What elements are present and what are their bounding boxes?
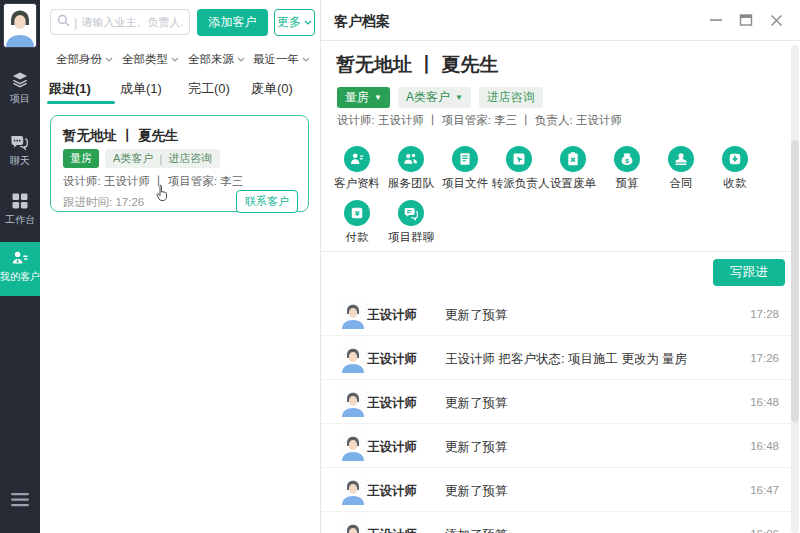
user-avatar[interactable] — [3, 3, 37, 48]
filter-label: 全部来源 — [188, 52, 234, 67]
activity-user: 王设计师 — [367, 527, 417, 533]
chat-icon — [0, 132, 40, 154]
sidebar: 项目 聊天 — [0, 0, 40, 533]
activity-user: 王设计师 — [367, 483, 417, 500]
action-project-file[interactable]: 项目文件 — [438, 146, 492, 191]
filter-bar: 全部身份 全部类型 全部来源 最近一年 — [40, 52, 321, 68]
sidebar-item-workbench[interactable]: 工作台 — [0, 189, 40, 226]
tab-bar: 跟进(1) 成单(1) 完工(0) 废单(0) — [40, 80, 321, 104]
source-badge: 进店咨询 — [479, 87, 543, 108]
avatar — [338, 387, 368, 417]
app-window: 项目 聊天 — [0, 0, 800, 533]
contact-customer-button[interactable]: 联系客户 — [236, 190, 298, 213]
action-grid: 客户资料 服务团队 — [330, 146, 774, 254]
activity-content: 更新了预算 — [445, 483, 508, 500]
avatar — [338, 299, 368, 329]
action-label: 收款 — [708, 176, 762, 191]
action-pay[interactable]: ¥ 付款 — [330, 200, 384, 245]
avatar — [338, 475, 368, 505]
search-input[interactable] — [81, 16, 183, 28]
filter-time-range[interactable]: 最近一年 — [253, 52, 310, 67]
sidebar-item-chat[interactable]: 聊天 — [0, 130, 40, 167]
maximize-icon[interactable] — [736, 10, 756, 30]
sidebar-item-projects[interactable]: 项目 — [0, 68, 40, 105]
grid-icon — [0, 191, 40, 213]
receive-payment-icon — [722, 146, 748, 172]
contract-stamp-icon — [668, 146, 694, 172]
type-label: A类客户 — [406, 89, 450, 106]
tab-void[interactable]: 废单(0) — [251, 80, 293, 98]
hamburger-icon[interactable] — [11, 493, 29, 511]
action-transfer-owner[interactable]: 转派负责人 — [492, 146, 546, 191]
detail-tags: 量房 ▼ A类客户 ▼ 进店咨询 — [337, 87, 543, 108]
source-badge: 进店咨询 — [168, 151, 212, 166]
action-label: 客户资料 — [330, 176, 384, 191]
tab-following[interactable]: 跟进(1) — [49, 80, 91, 98]
detail-meta: 设计师: 王设计师 丨 项目管家: 李三 丨 负责人: 王设计师 — [337, 113, 622, 128]
activity-content: 更新了预算 — [445, 439, 508, 456]
avatar — [338, 519, 368, 533]
action-group-chat[interactable]: 项目群聊 — [384, 200, 438, 245]
scrollbar-thumb[interactable] — [791, 140, 799, 422]
filter-type[interactable]: 全部类型 — [122, 52, 179, 67]
avatar — [338, 343, 368, 373]
filter-source[interactable]: 全部来源 — [188, 52, 245, 67]
action-contract[interactable]: 合同 — [654, 146, 708, 191]
activity-time: 16:48 — [750, 440, 779, 452]
customer-person-icon — [0, 248, 40, 270]
activity-content: 更新了预算 — [445, 395, 508, 412]
customer-info-icon — [344, 146, 370, 172]
svg-text:$: $ — [625, 157, 629, 164]
filter-label: 全部类型 — [122, 52, 168, 67]
sidebar-item-my-customers[interactable]: 我的客户 — [0, 242, 40, 296]
close-icon[interactable] — [766, 10, 786, 30]
action-receive-payment[interactable]: 收款 — [708, 146, 762, 191]
search-icon — [57, 13, 70, 31]
activity-content: 更新了预算 — [445, 307, 508, 324]
minimize-icon[interactable] — [706, 10, 726, 30]
follow-time-label: 跟进时间: — [63, 196, 115, 208]
customer-detail-panel: 客户档案 暂无地址 丨 夏先生 量房 ▼ — [321, 0, 800, 533]
action-budget[interactable]: $ 预算 — [600, 146, 654, 191]
section-divider — [321, 251, 791, 252]
activity-feed: 王设计师 更新了预算 17:28 王设计师 王设计师 把客户状态: 项目施工 更… — [321, 292, 791, 533]
mouse-hand-cursor — [154, 184, 170, 206]
customer-card-tags: 量房 A类客户 | 进店咨询 — [63, 149, 220, 168]
avatar-illustration — [4, 4, 36, 47]
dropdown-arrow-icon: ▼ — [455, 94, 463, 102]
budget-moneybag-icon: $ — [614, 146, 640, 172]
svg-text:¥: ¥ — [355, 210, 360, 218]
action-service-team[interactable]: 服务团队 — [384, 146, 438, 191]
more-button[interactable]: 更多 — [274, 9, 315, 36]
status-label: 量房 — [345, 89, 369, 106]
sidebar-item-label: 我的客户 — [0, 271, 40, 282]
type-dropdown[interactable]: A类客户 ▼ — [398, 87, 471, 108]
action-void-order[interactable]: 设置废单 — [546, 146, 600, 191]
follow-time-value: 17:26 — [115, 196, 144, 208]
panel-title: 客户档案 — [334, 13, 390, 31]
detail-panel-header: 客户档案 — [321, 0, 800, 41]
search-box[interactable]: | — [50, 9, 190, 35]
activity-time: 17:26 — [750, 352, 779, 364]
status-dropdown[interactable]: 量房 ▼ — [337, 87, 390, 108]
customer-card[interactable]: 暂无地址 丨 夏先生 量房 A类客户 | 进店咨询 设计师: 王设计师 丨 项目… — [50, 115, 309, 212]
dropdown-arrow-icon: ▼ — [374, 94, 382, 102]
sidebar-item-label: 项目 — [10, 93, 30, 104]
customer-name-title: 暂无地址 丨 夏先生 — [336, 52, 499, 78]
tab-completed[interactable]: 完工(0) — [188, 80, 230, 98]
add-customer-button[interactable]: 添加客户 — [197, 9, 268, 36]
action-customer-info[interactable]: 客户资料 — [330, 146, 384, 191]
action-label: 服务团队 — [384, 176, 438, 191]
scrollbar-track[interactable] — [791, 45, 799, 533]
customer-list-panel: | 添加客户 更多 全部身份 全部类型 全部来源 最近一年 — [40, 0, 321, 533]
service-team-icon — [398, 146, 424, 172]
activity-row: 王设计师 更新了预算 17:28 — [321, 292, 791, 336]
chevron-down-icon — [105, 57, 113, 62]
activity-user: 王设计师 — [367, 395, 417, 412]
transfer-owner-icon — [506, 146, 532, 172]
sidebar-item-label: 工作台 — [5, 214, 35, 225]
tab-closed-deal[interactable]: 成单(1) — [120, 80, 162, 98]
write-followup-button[interactable]: 写跟进 — [713, 259, 785, 286]
filter-identity[interactable]: 全部身份 — [56, 52, 113, 67]
input-divider: | — [74, 16, 77, 29]
